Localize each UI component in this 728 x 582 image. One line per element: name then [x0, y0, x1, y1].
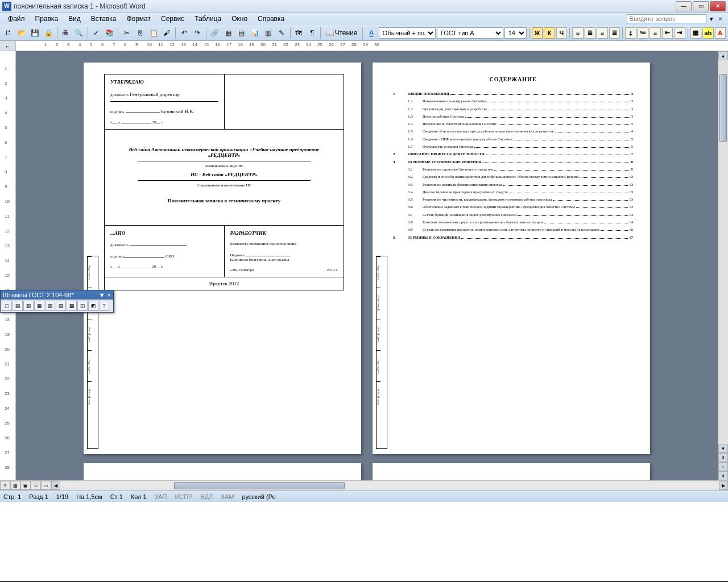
columns-icon[interactable]: ▥ [262, 27, 274, 39]
redo-icon[interactable]: ↷ [192, 27, 204, 39]
stamp-btn-7[interactable]: ▩ [67, 301, 77, 311]
paste-icon[interactable]: 📋 [147, 27, 159, 39]
help-dropdown-icon[interactable]: ▾ [708, 15, 715, 23]
document-area[interactable]: Подп. и датаВзам. инв.№Инв. № дубл.Подп.… [16, 51, 718, 480]
close-button[interactable]: ✕ [710, 1, 726, 11]
align-left-button[interactable]: ≡ [572, 27, 584, 39]
maximize-button[interactable]: ▭ [693, 1, 709, 11]
status-ispr[interactable]: ИСПР [175, 493, 192, 500]
undo-icon[interactable]: ↶ [178, 27, 190, 39]
menu-format[interactable]: Формат [122, 14, 155, 24]
menu-view[interactable]: Вид [64, 14, 85, 24]
spellcheck-icon[interactable]: ✓ [90, 27, 102, 39]
gost-stamps-toolbar[interactable]: Штампы ГОСТ 2.104-68* ▼ × ▢ ▤ ▥ ▦ ▧ ▨ ▩ … [0, 290, 114, 313]
align-center-button[interactable]: ≣ [585, 27, 596, 39]
increase-indent-button[interactable]: ⇥ [674, 27, 685, 39]
decrease-indent-button[interactable]: ⇤ [662, 27, 673, 39]
align-right-button[interactable]: ≡ [597, 27, 608, 39]
menu-edit[interactable]: Правка [31, 14, 63, 24]
normal-view-icon[interactable]: ≡ [0, 481, 10, 490]
stamp-btn-9[interactable]: ◩ [88, 301, 98, 311]
font-size-combo[interactable]: 14 [504, 27, 527, 39]
vertical-scrollbar[interactable]: ▲ ▼ ⇞ ○ ⇟ [718, 51, 728, 480]
scroll-thumb-vertical[interactable] [719, 74, 727, 142]
new-doc-icon[interactable]: 🗋 [2, 27, 14, 39]
page-2[interactable]: Подп. и датаВзам. инв.№Инв. № дубл.Подп.… [373, 63, 650, 454]
menu-insert[interactable]: Вставка [86, 14, 121, 24]
ruler-vertical[interactable]: 1234567891011121314151617181920212223242… [0, 51, 16, 480]
status-zam[interactable]: ЗАМ [221, 493, 234, 500]
save-icon[interactable]: 💾 [29, 27, 41, 39]
italic-button[interactable]: К [544, 27, 555, 39]
scroll-up-icon[interactable]: ▲ [718, 51, 728, 60]
style-combo[interactable]: Обычный + полу [379, 27, 436, 39]
stamp-btn-5[interactable]: ▧ [45, 301, 55, 311]
borders-button[interactable]: ▦ [690, 27, 702, 39]
float-toolbar-close-icon[interactable]: × [107, 292, 111, 298]
line-spacing-button[interactable]: ‡ [625, 27, 636, 39]
drawing-icon[interactable]: ✎ [275, 27, 287, 39]
format-painter-icon[interactable]: 🖌 [161, 27, 173, 39]
copy-icon[interactable]: ⎘ [134, 27, 146, 39]
status-vdl[interactable]: ВДЛ [201, 493, 213, 500]
status-language[interactable]: русский (Ро [242, 493, 275, 500]
stamp-btn-2[interactable]: ▤ [13, 301, 23, 311]
scroll-thumb-horizontal[interactable] [174, 482, 345, 489]
horizontal-scrollbar[interactable] [60, 481, 719, 490]
doc-map-icon[interactable]: 🗺 [293, 27, 305, 39]
font-color-button[interactable]: A [715, 27, 726, 39]
stamp-btn-1[interactable]: ▢ [2, 301, 12, 311]
page-4-peek[interactable] [373, 463, 650, 480]
excel-icon[interactable]: 📊 [249, 27, 260, 39]
ruler-horizontal[interactable]: ⌐ 12345678910111213141516171819202122232… [0, 41, 728, 51]
align-justify-button[interactable]: ≣ [609, 27, 621, 39]
underline-button[interactable]: Ч [556, 27, 568, 39]
insert-table-icon[interactable]: ▤ [235, 27, 247, 39]
prev-page-icon[interactable]: ⇞ [718, 453, 728, 462]
next-page-icon[interactable]: ⇟ [718, 471, 728, 480]
stamp-btn-8[interactable]: ◫ [77, 301, 88, 311]
scroll-down-icon[interactable]: ▼ [718, 444, 728, 453]
print-view-icon[interactable]: ▣ [20, 481, 31, 490]
preview-icon[interactable]: 🔍 [73, 27, 85, 39]
permissions-icon[interactable]: 🔒 [42, 27, 54, 39]
stamp-help-icon[interactable]: ? [99, 301, 109, 311]
font-combo[interactable]: ГОСТ тип А [437, 27, 503, 39]
menu-window[interactable]: Окно [227, 14, 252, 24]
menu-help[interactable]: Справка [253, 14, 289, 24]
hyperlink-icon[interactable]: 🔗 [209, 27, 221, 39]
scroll-left-icon[interactable]: ◀ [51, 481, 60, 490]
page-1[interactable]: Подп. и датаВзам. инв.№Инв. № дубл.Подп.… [84, 63, 361, 454]
cut-icon[interactable]: ✂ [121, 27, 133, 39]
stamp-btn-3[interactable]: ▥ [23, 301, 34, 311]
help-search-input[interactable] [627, 14, 706, 23]
status-rec[interactable]: ЗАП [155, 493, 167, 500]
tables-borders-icon[interactable]: ▦ [222, 27, 234, 39]
research-icon[interactable]: 📚 [104, 27, 115, 39]
highlight-button[interactable]: ab [702, 27, 714, 39]
stamp-btn-6[interactable]: ▨ [56, 301, 66, 311]
styles-pane-icon[interactable]: A̲ [365, 27, 377, 39]
print-icon[interactable]: 🖶 [60, 27, 72, 39]
menu-service[interactable]: Сервис [156, 14, 189, 24]
workspace: 1234567891011121314151617181920212223242… [0, 51, 728, 480]
ruler-tab-selector[interactable]: ⌐ [0, 41, 16, 51]
open-icon[interactable]: 📂 [15, 27, 27, 39]
reading-mode-button[interactable]: 📖 Чтение [323, 27, 360, 39]
bullets-button[interactable]: ≡ [650, 27, 661, 39]
web-view-icon[interactable]: ▦ [10, 481, 20, 490]
numbering-button[interactable]: ≔ [638, 27, 649, 39]
outline-view-icon[interactable]: ☷ [31, 481, 41, 490]
minimize-button[interactable]: — [676, 1, 692, 11]
reading-view-icon[interactable]: ▭ [41, 481, 51, 490]
page-3-peek[interactable] [84, 463, 361, 480]
float-toolbar-dropdown-icon[interactable]: ▼ [99, 292, 105, 298]
stamp-btn-4[interactable]: ▦ [34, 301, 44, 311]
menu-file[interactable]: Файл [3, 14, 30, 24]
doc-close-button[interactable]: × [717, 15, 725, 22]
show-marks-icon[interactable]: ¶ [306, 27, 318, 39]
select-browse-icon[interactable]: ○ [718, 462, 728, 471]
bold-button[interactable]: Ж [532, 27, 543, 39]
menu-table[interactable]: Таблица [190, 14, 226, 24]
scroll-right-icon[interactable]: ▶ [719, 481, 728, 490]
